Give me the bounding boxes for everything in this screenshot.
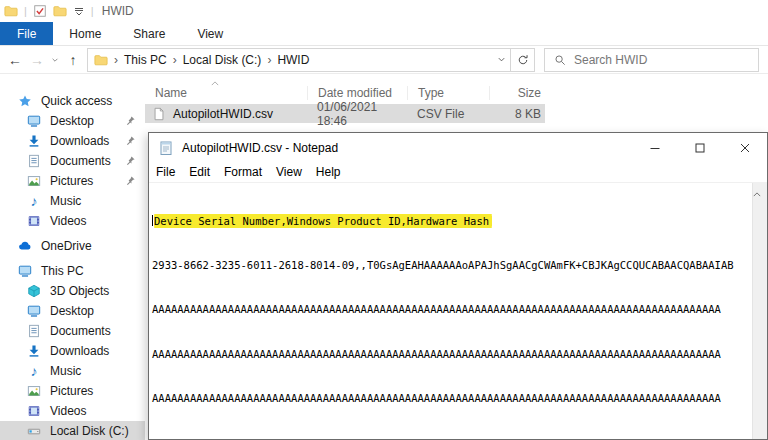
search-icon — [554, 54, 566, 66]
drive-icon — [27, 424, 41, 438]
column-headers: Name Date modified Type Size — [145, 74, 768, 104]
csv-data-line: 2933-8662-3235-6011-2618-8014-09,,T0GsAg… — [152, 258, 751, 273]
up-button[interactable]: ↑ — [62, 49, 84, 71]
menu-file[interactable]: File — [149, 165, 182, 179]
new-folder-icon[interactable] — [53, 4, 67, 18]
sidebar-label: Pictures — [50, 174, 93, 188]
recent-locations-icon[interactable] — [48, 49, 62, 71]
folder-icon — [4, 4, 18, 18]
download-icon — [27, 134, 41, 148]
tab-share[interactable]: Share — [117, 22, 181, 45]
cube-icon — [27, 284, 41, 298]
sidebar-label: Desktop — [50, 114, 94, 128]
sidebar-label: Pictures — [50, 384, 93, 398]
breadcrumb-this-pc[interactable]: This PC — [124, 53, 167, 67]
sidebar-item-videos[interactable]: Videos — [0, 211, 145, 231]
sidebar-item-documents[interactable]: Documents — [0, 151, 145, 171]
search-input[interactable]: Search HWID — [544, 48, 759, 72]
breadcrumb-local-disk[interactable]: Local Disk (C:) — [183, 53, 262, 67]
column-header-date-modified[interactable]: Date modified — [307, 86, 407, 100]
customize-toolbar-icon[interactable] — [73, 5, 85, 17]
music-icon: ♪ — [27, 194, 41, 208]
csv-file-icon — [152, 107, 166, 121]
notepad-menubar: File Edit Format View Help — [149, 162, 767, 181]
folder-icon — [94, 53, 108, 67]
film-icon — [27, 404, 41, 418]
refresh-button[interactable] — [511, 48, 535, 72]
explorer-titlebar: | | HWID — [0, 0, 768, 22]
vertical-scrollbar[interactable] — [752, 183, 767, 439]
sidebar-label: Documents — [50, 324, 111, 338]
sidebar-label: Documents — [50, 154, 111, 168]
file-name-cell: AutopilotHWID.csv — [145, 107, 307, 121]
sidebar-item-music-pc[interactable]: ♪ Music — [0, 361, 145, 381]
sidebar-item-this-pc[interactable]: This PC — [0, 261, 145, 281]
forward-button[interactable]: → — [26, 49, 48, 71]
notepad-window: AutopilotHWID.csv - Notepad File Edit Fo… — [148, 132, 768, 440]
star-icon — [18, 94, 32, 108]
tab-view[interactable]: View — [181, 22, 239, 45]
csv-data-line: AAAAAAAAAAAAAAAAAAAAAAAAAAAAAAAAAAAAAAAA… — [152, 391, 751, 406]
sidebar-item-desktop-pc[interactable]: Desktop — [0, 301, 145, 321]
sidebar-item-pictures[interactable]: Pictures — [0, 171, 145, 191]
chevron-right-icon: › — [173, 53, 177, 67]
sidebar-item-onedrive[interactable]: OneDrive — [0, 236, 145, 256]
sidebar-item-downloads-pc[interactable]: Downloads — [0, 341, 145, 361]
minimize-button[interactable] — [632, 133, 677, 162]
pin-icon — [125, 155, 136, 166]
menu-help[interactable]: Help — [309, 165, 348, 179]
back-button[interactable]: ← — [4, 49, 26, 71]
file-size-cell: 8 KB — [489, 107, 545, 121]
sidebar-label: Local Disk (C:) — [50, 424, 129, 438]
properties-check-icon[interactable] — [33, 4, 47, 18]
column-header-type[interactable]: Type — [407, 86, 489, 100]
sidebar-label: Quick access — [41, 94, 112, 108]
menu-view[interactable]: View — [269, 165, 309, 179]
sidebar-item-desktop[interactable]: Desktop — [0, 111, 145, 131]
sidebar-label: Downloads — [50, 344, 109, 358]
sidebar-label: OneDrive — [41, 239, 92, 253]
notepad-text-area[interactable]: Device Serial Number,Windows Product ID,… — [149, 182, 767, 439]
sidebar-item-3d-objects[interactable]: 3D Objects — [0, 281, 145, 301]
close-button[interactable] — [722, 133, 767, 162]
csv-data-line: AAAAAAAAAAAAAAAAAAAAAAAAAAAAAAAAAAAAAAAA… — [152, 302, 751, 317]
document-icon — [27, 324, 41, 338]
address-dropdown-icon[interactable] — [497, 55, 506, 64]
chevron-right-icon: › — [114, 53, 118, 67]
sidebar-item-videos-pc[interactable]: Videos — [0, 401, 145, 421]
tab-file[interactable]: File — [0, 22, 53, 45]
monitor-icon — [27, 114, 41, 128]
file-type-cell: CSV File — [407, 107, 489, 121]
pin-icon — [125, 135, 136, 146]
scroll-up-icon[interactable] — [753, 186, 767, 200]
monitor-icon — [18, 264, 32, 278]
cloud-icon — [18, 239, 32, 253]
tab-home[interactable]: Home — [53, 22, 117, 45]
sidebar-item-downloads[interactable]: Downloads — [0, 131, 145, 151]
column-header-size[interactable]: Size — [489, 86, 545, 100]
menu-format[interactable]: Format — [217, 165, 269, 179]
breadcrumb-hwid[interactable]: HWID — [277, 53, 309, 67]
sidebar-item-music[interactable]: ♪ Music — [0, 191, 145, 211]
sidebar-item-documents-pc[interactable]: Documents — [0, 321, 145, 341]
sidebar-item-local-disk-c[interactable]: Local Disk (C:) — [0, 421, 145, 440]
sidebar-item-quick-access[interactable]: Quick access — [0, 91, 145, 111]
notepad-titlebar[interactable]: AutopilotHWID.csv - Notepad — [149, 133, 767, 162]
file-name-label: AutopilotHWID.csv — [173, 107, 273, 121]
pin-icon — [125, 175, 136, 186]
separator: | — [91, 5, 94, 17]
pin-icon — [125, 115, 136, 126]
separator: | — [24, 5, 27, 17]
address-bar[interactable]: › This PC › Local Disk (C:) › HWID — [87, 48, 511, 72]
sidebar-item-pictures-pc[interactable]: Pictures — [0, 381, 145, 401]
chevron-right-icon: › — [267, 53, 271, 67]
column-header-name[interactable]: Name — [145, 86, 307, 100]
window-title: HWID — [102, 4, 134, 18]
maximize-button[interactable] — [677, 133, 722, 162]
search-placeholder: Search HWID — [574, 53, 647, 67]
menu-edit[interactable]: Edit — [182, 165, 217, 179]
sidebar-label: Videos — [50, 404, 86, 418]
file-row-autopilothwid[interactable]: AutopilotHWID.csv 01/06/2021 18:46 CSV F… — [145, 104, 545, 123]
notepad-title: AutopilotHWID.csv - Notepad — [182, 141, 338, 155]
film-icon — [27, 214, 41, 228]
